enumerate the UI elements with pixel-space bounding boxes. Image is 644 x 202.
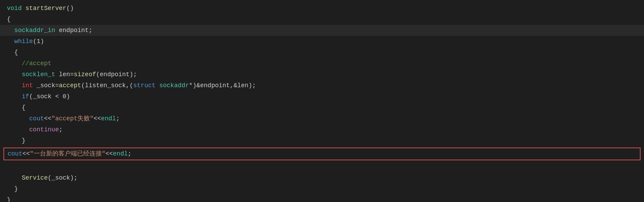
code-line-12: continue; [0,124,644,135]
keyword-while: while [14,37,33,47]
string-accept-fail: "accept失败" [52,114,94,124]
endl-1: endl [101,114,116,124]
code-line-5: { [0,47,644,58]
func-service: Service [22,173,48,183]
keyword-void: void [7,3,22,13]
keyword-if: if [22,92,29,102]
code-line-6: //accept [0,58,644,69]
code-line-15 [0,162,644,173]
code-line-11: cout<<"accept失败"<<endl; [0,113,644,124]
type-sockaddr: sockaddr_in [14,26,55,36]
code-line-1: void startServer() [0,3,644,14]
keyword-struct: struct [133,81,155,91]
code-editor: void startServer() { sockaddr_in endpoin… [0,0,644,202]
code-line-13: } [0,135,644,146]
comment-accept: //accept [22,59,51,69]
func-accept: accept [59,81,81,91]
cout-kw-1: cout [29,114,44,124]
endl-2: endl [113,149,128,159]
type-sockaddr2: sockaddr [159,81,189,91]
code-line-16: Service(_sock); [0,173,644,184]
func-name: startServer [25,3,66,13]
type-socklen: socklen_t [22,70,55,80]
code-line-17: } [0,184,644,195]
code-line-3: sockaddr_in endpoint; [0,25,644,36]
keyword-continue: continue [29,125,59,135]
code-line-10: { [0,102,644,113]
code-line-2: { [0,14,644,25]
keyword-int: int [22,81,33,91]
func-sizeof: sizeof [74,70,96,80]
code-line-7: socklen_t len=sizeof(endpoint); [0,69,644,80]
string-new-client: "一台新的客户端已经连接" [30,149,106,159]
code-line-8: int _sock=accept(listen_sock,(struct soc… [0,80,644,91]
code-line-14: cout<<"一台新的客户端已经连接"<<endl; [3,148,641,160]
code-line-4: while(1) [0,36,644,47]
code-line-18: } [0,195,644,202]
code-line-9: if(_sock < 0) [0,91,644,102]
cout-kw-2: cout [8,149,22,159]
